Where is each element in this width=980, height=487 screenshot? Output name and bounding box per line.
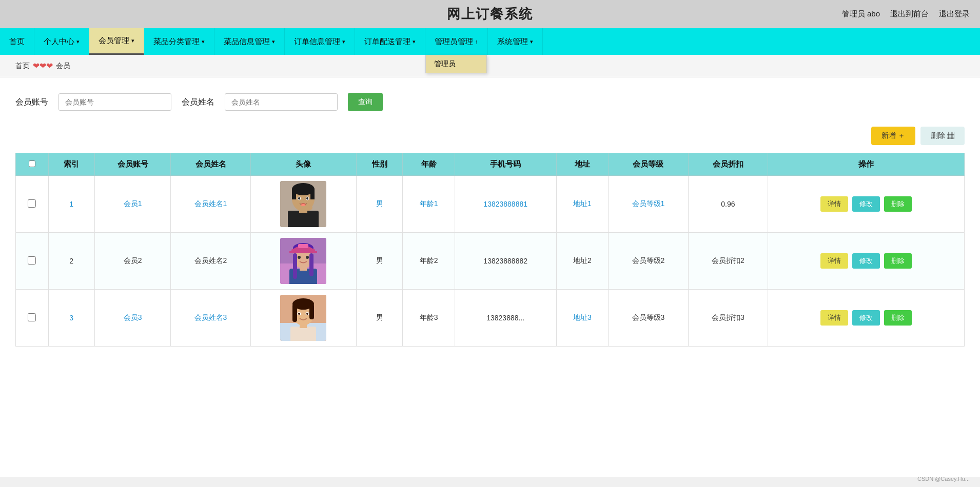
col-phone: 手机号码 [455, 153, 556, 176]
row2-delete-button[interactable]: 删除 [884, 253, 912, 269]
row3-checkbox-cell [16, 290, 49, 347]
row1-name[interactable]: 会员姓名1 [171, 176, 251, 233]
breadcrumb-current: 会员 [56, 62, 70, 71]
nav-order[interactable]: 订单信息管理 ▾ [285, 28, 355, 55]
row2-address: 地址2 [556, 233, 609, 290]
row2-edit-button[interactable]: 修改 [852, 253, 880, 269]
col-account: 会员账号 [95, 153, 171, 176]
top-bar-actions: 管理员 abo 退出到前台 退出登录 [842, 9, 970, 19]
top-bar: 网上订餐系统 管理员 abo 退出到前台 退出登录 [0, 0, 980, 28]
row2-level: 会员等级2 [609, 233, 689, 290]
row2-age: 年龄2 [403, 233, 455, 290]
row3-discount: 会员折扣3 [688, 290, 768, 347]
col-checkbox [16, 153, 49, 176]
row1-account[interactable]: 会员1 [95, 176, 171, 233]
row1-gender: 男 [356, 176, 402, 233]
svg-rect-24 [298, 244, 308, 248]
breadcrumb-separator: ❤❤❤ [33, 61, 53, 71]
row2-phone: 13823888882 [455, 233, 556, 290]
svg-point-26 [306, 256, 309, 259]
member-caret: ▾ [131, 37, 134, 44]
svg-rect-19 [293, 253, 297, 279]
row1-phone: 13823888881 [455, 176, 556, 233]
batch-delete-button[interactable]: 删除 ▦ [920, 127, 965, 145]
nav-admin-mgmt[interactable]: 管理员管理 ↑ 管理员 [425, 28, 488, 55]
row3-name: 会员姓名3 [171, 290, 251, 347]
svg-point-10 [306, 197, 308, 200]
select-all-checkbox[interactable] [29, 160, 35, 167]
svg-point-25 [298, 256, 301, 259]
col-name: 会员姓名 [171, 153, 251, 176]
row2-checkbox[interactable] [28, 256, 36, 265]
row3-avatar [250, 290, 356, 347]
col-level: 会员等级 [609, 153, 689, 176]
row2-name: 会员姓名2 [171, 233, 251, 290]
dropdown-item-mgr[interactable]: 管理员 [426, 55, 486, 73]
main-content: 会员账号 会员姓名 查询 新增 ＋ 删除 ▦ 索引 会员账号 会员姓名 头像 性… [0, 77, 980, 477]
svg-rect-23 [289, 251, 317, 253]
table-row: 2 会员2 会员姓名2 [16, 233, 965, 290]
personal-caret: ▾ [76, 38, 80, 45]
col-discount: 会员折扣 [688, 153, 768, 176]
row1-checkbox[interactable] [28, 199, 36, 208]
svg-point-38 [306, 313, 308, 315]
svg-rect-1 [288, 211, 319, 227]
svg-rect-5 [292, 189, 296, 199]
delivery-caret: ▾ [413, 38, 416, 45]
search-button[interactable]: 查询 [348, 93, 383, 111]
add-button[interactable]: 新增 ＋ [871, 127, 915, 145]
row1-age: 年龄1 [403, 176, 455, 233]
name-search-input[interactable] [225, 93, 338, 111]
logout-button[interactable]: 退出登录 [939, 9, 970, 19]
order-caret: ▾ [342, 38, 345, 45]
nav-member[interactable]: 会员管理 ▾ [89, 28, 144, 55]
action-row: 新增 ＋ 删除 ▦ [15, 127, 965, 145]
row1-avatar [250, 176, 356, 233]
nav-home[interactable]: 首页 [0, 28, 34, 55]
row1-operations: 详情 修改 删除 [768, 176, 965, 233]
app-title: 网上订餐系统 [447, 5, 533, 23]
row3-edit-button[interactable]: 修改 [852, 310, 880, 326]
system-caret: ▾ [530, 38, 533, 45]
row1-checkbox-cell [16, 176, 49, 233]
row2-checkbox-cell [16, 233, 49, 290]
svg-rect-33 [292, 304, 297, 322]
nav-category[interactable]: 菜品分类管理 ▾ [144, 28, 214, 55]
nav-dish[interactable]: 菜品信息管理 ▾ [214, 28, 285, 55]
svg-rect-20 [309, 253, 313, 276]
row3-detail-button[interactable]: 详情 [820, 310, 848, 326]
row2-operations: 详情 修改 删除 [768, 233, 965, 290]
account-search-input[interactable] [58, 93, 171, 111]
row3-delete-button[interactable]: 删除 [884, 310, 912, 326]
svg-point-12 [301, 204, 305, 206]
row1-level[interactable]: 会员等级1 [609, 176, 689, 233]
row3-phone: 13823888... [455, 290, 556, 347]
category-caret: ▾ [202, 38, 205, 45]
row1-edit-button[interactable]: 修改 [852, 196, 880, 212]
svg-rect-34 [309, 304, 314, 319]
logout-front-button[interactable]: 退出到前台 [890, 9, 929, 19]
admin-mgmt-dropdown: 管理员 [425, 55, 487, 73]
row1-delete-button[interactable]: 删除 [884, 196, 912, 212]
row3-account: 会员3 [95, 290, 171, 347]
row2-account: 会员2 [95, 233, 171, 290]
nav-delivery[interactable]: 订单配送管理 ▾ [355, 28, 425, 55]
table-header-row: 索引 会员账号 会员姓名 头像 性别 年龄 手机号码 地址 会员等级 会员折扣 … [16, 153, 965, 176]
nav-personal[interactable]: 个人中心 ▾ [34, 28, 89, 55]
row3-gender: 男 [356, 290, 402, 347]
table-row: 1 会员1 会员姓名1 [16, 176, 965, 233]
row3-operations: 详情 修改 删除 [768, 290, 965, 347]
breadcrumb-home[interactable]: 首页 [15, 62, 30, 71]
col-address: 地址 [556, 153, 609, 176]
nav-system[interactable]: 系统管理 ▾ [488, 28, 543, 55]
svg-point-13 [304, 205, 312, 211]
row1-address[interactable]: 地址1 [556, 176, 609, 233]
breadcrumb: 首页 ❤❤❤ 会员 [0, 55, 980, 77]
col-operations: 操作 [768, 153, 965, 176]
row3-checkbox[interactable] [28, 313, 36, 321]
svg-point-9 [298, 197, 300, 200]
row2-discount: 会员折扣2 [688, 233, 768, 290]
row1-index[interactable]: 1 [48, 176, 94, 233]
row2-detail-button[interactable]: 详情 [820, 253, 848, 269]
row1-detail-button[interactable]: 详情 [820, 196, 848, 212]
